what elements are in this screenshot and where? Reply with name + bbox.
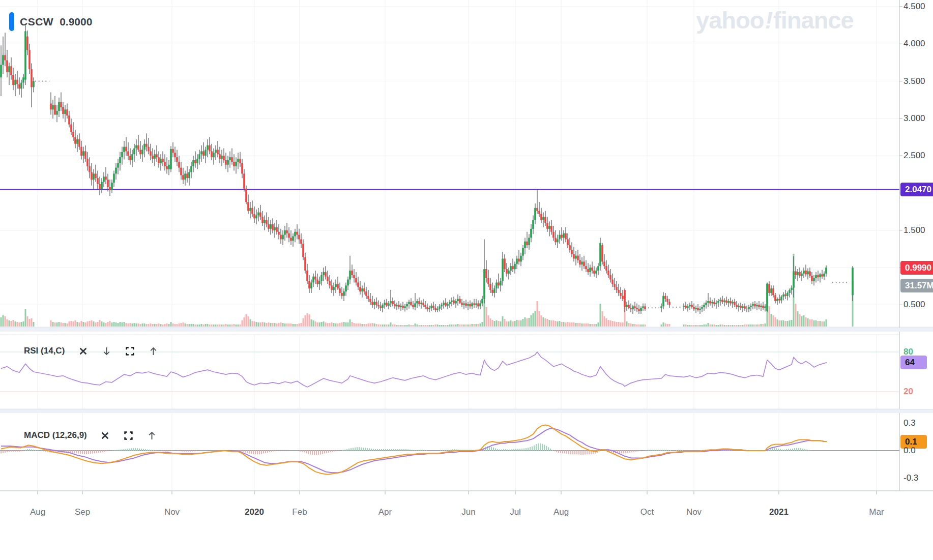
volume-bar [158,323,160,327]
candle-body [628,305,630,308]
candle-body [353,275,355,278]
macd-histogram-bar [414,450,415,451]
macd-histogram-bar [629,451,630,453]
volume-bar [124,322,125,327]
candle-body [782,294,784,297]
volume-bar [779,320,780,327]
yahoo-finance-watermark: yahoo!finance [696,6,854,34]
candle-body [10,66,12,75]
volume-bar [811,319,813,327]
rsi-panel-header: RSI (14,C) [24,346,158,356]
macd-histogram-bar [621,451,622,453]
volume-bar [500,321,502,327]
candle-body [449,302,451,304]
volume-bar [447,325,449,327]
candle-body [591,268,593,271]
candle-body [691,305,693,307]
candle-body [441,305,443,306]
volume-bar [270,323,272,327]
macd-histogram-bar [654,450,655,451]
candle-body [119,157,121,163]
volume-bar [234,324,235,327]
volume-bar [126,323,127,327]
volume-bar [23,321,24,327]
volume-bar [453,325,455,327]
volume-bar [791,320,793,327]
volume-bar [25,309,26,327]
macd-histogram-bar [123,449,124,451]
move-up-icon[interactable] [148,346,158,356]
macd-histogram-bar [668,450,669,451]
macd-histogram-bar [151,450,152,451]
macd-histogram-bar [13,451,14,452]
candle-body [540,214,542,220]
macd-histogram-bar [623,451,624,453]
move-down-icon[interactable] [101,346,111,356]
candle-body [770,288,772,293]
candle-body [56,111,58,114]
macd-histogram-bar [576,451,577,454]
volume-bar [421,325,422,327]
volume-bar [529,318,530,327]
volume-bar [185,323,186,327]
maximize-icon[interactable] [125,346,135,356]
candle-body [375,302,377,305]
volume-bar [579,323,581,327]
candle-body [780,297,782,300]
volume-bar [329,323,331,327]
volume-bar [7,319,8,327]
volume-bar [15,321,16,327]
volume-bar [691,325,693,327]
volume-bar [61,322,62,327]
chart-canvas[interactable] [0,0,933,560]
candle-body [176,157,178,162]
candle-body [347,280,349,286]
candle-body [174,153,176,157]
macd-histogram-bar [625,451,626,453]
candle-body [495,282,498,288]
symbol-legend[interactable]: CSCW 0.9000 [9,12,92,31]
panel-separator[interactable] [0,409,933,413]
macd-histogram-bar [369,449,370,451]
time-tick-label: Feb [292,507,307,517]
macd-histogram-bar [639,451,640,451]
volume-bar [71,321,72,327]
volume-bar [75,320,76,327]
candle-body [559,235,561,240]
volume-bar [704,325,705,327]
volume-bar [56,322,58,327]
candle-body [772,288,774,295]
close-icon[interactable] [100,430,110,440]
candle-body [447,304,449,306]
close-icon[interactable] [78,346,88,356]
volume-bar [640,325,642,327]
macd-histogram-bar [395,449,396,451]
candle-body [58,102,60,111]
candle-body [579,260,581,264]
macd-histogram-bar [570,451,571,454]
volume-bar [297,324,298,327]
series-color-bar [9,12,14,31]
macd-histogram-bar [568,451,569,454]
volume-bar [826,319,827,327]
macd-histogram-bar [196,451,197,451]
volume-bar [335,323,337,327]
volume-bar [246,314,247,327]
candle-body [52,105,54,110]
move-up-icon[interactable] [147,430,157,440]
volume-bar [667,324,668,327]
macd-histogram-bar [371,449,372,451]
candle-body [323,272,325,275]
macd-histogram-bar [302,451,303,452]
candle-body [426,307,428,309]
volume-bar [575,323,577,327]
volume-bar [101,321,103,327]
candle-body [813,278,815,281]
time-tick-label: Oct [640,507,654,517]
macd-histogram-bar [133,448,134,451]
maximize-icon[interactable] [124,430,134,440]
macd-histogram-bar [452,449,453,451]
volume-bar [820,321,821,327]
panel-separator[interactable] [0,328,933,332]
candle-body [392,301,394,304]
